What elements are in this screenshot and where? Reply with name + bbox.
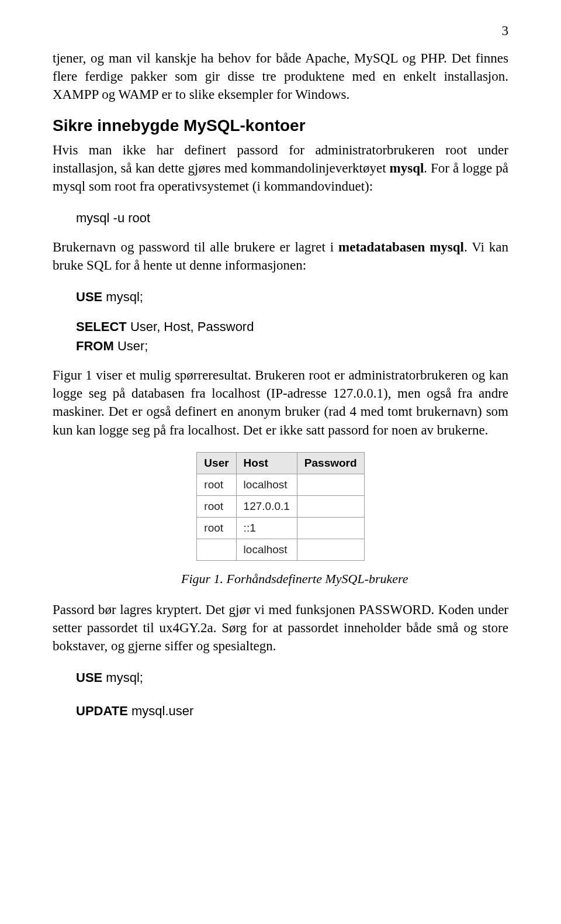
cell-password xyxy=(297,517,364,539)
keyword: FROM xyxy=(76,339,114,353)
result-table: User Host Password root localhost root 1… xyxy=(196,452,364,561)
table-row: root 127.0.0.1 xyxy=(197,495,364,517)
code-text: mysql; xyxy=(102,670,143,685)
keyword: UPDATE xyxy=(76,704,128,718)
result-table-wrap: User Host Password root localhost root 1… xyxy=(53,452,508,561)
cell-host: 127.0.0.1 xyxy=(236,495,297,517)
paragraph-2: Hvis man ikke har definert passord for a… xyxy=(53,141,508,195)
paragraph-5: Passord bør lagres kryptert. Det gjør vi… xyxy=(53,601,508,655)
heading-secure-mysql: Sikre innebygde MySQL-kontoer xyxy=(53,116,508,135)
code-line: UPDATE mysql.user xyxy=(76,701,508,720)
text: Brukernavn og password til alle brukere … xyxy=(53,240,338,254)
cell-password xyxy=(297,539,364,560)
table-header-row: User Host Password xyxy=(197,452,364,474)
code-text: User, Host, Password xyxy=(127,319,254,334)
col-header-password: Password xyxy=(297,452,364,474)
cell-host: ::1 xyxy=(236,517,297,539)
code-text: mysql.user xyxy=(128,704,193,718)
code-line: mysql -u root xyxy=(76,211,150,225)
spacer xyxy=(76,306,508,317)
col-header-user: User xyxy=(197,452,236,474)
code-text: User; xyxy=(114,339,148,353)
code-line: USE mysql; xyxy=(76,287,508,306)
cell-user: root xyxy=(197,517,236,539)
cell-user: root xyxy=(197,495,236,517)
document-page: 3 tjener, og man vil kanskje ha behov fo… xyxy=(0,0,561,754)
paragraph-3: Brukernavn og password til alle brukere … xyxy=(53,238,508,274)
bold-text: metadatabasen mysql xyxy=(338,240,464,254)
code-text: mysql; xyxy=(102,289,143,304)
bold-text: mysql xyxy=(390,161,424,175)
col-header-host: Host xyxy=(236,452,297,474)
code-line: SELECT User, Host, Password xyxy=(76,317,508,336)
code-block-update: UPDATE mysql.user xyxy=(76,701,508,720)
cell-host: localhost xyxy=(236,539,297,560)
page-number: 3 xyxy=(53,23,508,39)
keyword: SELECT xyxy=(76,319,127,334)
keyword: USE xyxy=(76,289,102,304)
table-row: root localhost xyxy=(197,474,364,495)
code-block-select: USE mysql; SELECT User, Host, Password F… xyxy=(76,287,508,356)
paragraph-4: Figur 1 viser et mulig spørreresultat. B… xyxy=(53,366,508,439)
keyword: USE xyxy=(76,670,102,685)
cell-password xyxy=(297,474,364,495)
cell-password xyxy=(297,495,364,517)
table-row: localhost xyxy=(197,539,364,560)
code-block-login: mysql -u root xyxy=(76,208,508,227)
cell-user: root xyxy=(197,474,236,495)
paragraph-1: tjener, og man vil kanskje ha behov for … xyxy=(53,49,508,104)
figure-caption: Figur 1. Forhåndsdefinerte MySQL-brukere xyxy=(181,571,508,587)
table-row: root ::1 xyxy=(197,517,364,539)
cell-host: localhost xyxy=(236,474,297,495)
cell-user xyxy=(197,539,236,560)
code-block-use: USE mysql; xyxy=(76,668,508,687)
code-line: FROM User; xyxy=(76,336,508,356)
code-line: USE mysql; xyxy=(76,668,508,687)
